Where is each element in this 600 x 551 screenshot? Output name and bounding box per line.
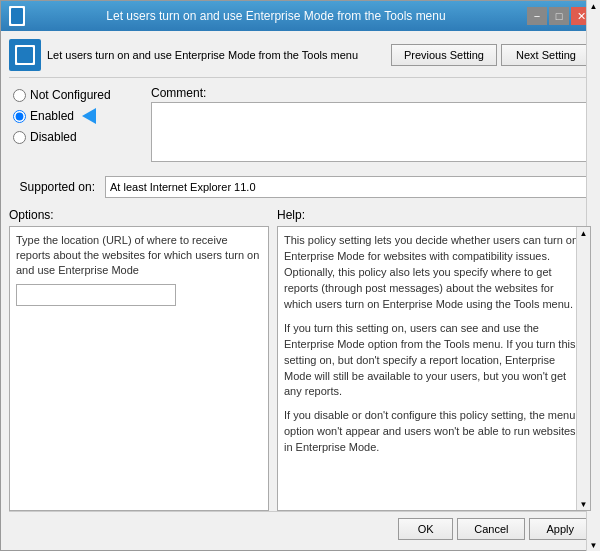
help-paragraph-2: If you turn this setting on, users can s… (284, 321, 584, 401)
not-configured-label: Not Configured (30, 88, 111, 102)
disabled-label: Disabled (30, 130, 77, 144)
header-buttons: Previous Setting Next Setting (391, 44, 591, 66)
supported-label: Supported on: (9, 180, 99, 194)
options-box: Type the location (URL) of where to rece… (9, 226, 269, 511)
window-icon (9, 8, 25, 24)
next-setting-button[interactable]: Next Setting (501, 44, 591, 66)
help-scroll-down-icon[interactable]: ▼ (579, 499, 589, 509)
not-configured-row[interactable]: Not Configured (9, 86, 139, 104)
main-body: Not Configured Enabled Disabled (9, 86, 591, 511)
supported-value-box: At least Internet Explorer 11.0 ▲ ▼ (105, 176, 591, 198)
comment-column: Comment: (151, 86, 591, 162)
comment-label: Comment: (151, 86, 591, 100)
header-section: Let users turn on and use Enterprise Mod… (9, 39, 591, 78)
help-box: This policy setting lets you decide whet… (277, 226, 591, 511)
enabled-label: Enabled (30, 109, 74, 123)
enabled-radio[interactable] (13, 110, 26, 123)
options-panel: Options: Type the location (URL) of wher… (9, 208, 269, 511)
ok-button[interactable]: OK (398, 518, 453, 540)
supported-value-text: At least Internet Explorer 11.0 (110, 181, 256, 193)
enabled-row[interactable]: Enabled (9, 106, 139, 126)
help-paragraph-1: This policy setting lets you decide whet… (284, 233, 584, 313)
content-area: Let users turn on and use Enterprise Mod… (1, 31, 599, 550)
disabled-radio[interactable] (13, 131, 26, 144)
header-left: Let users turn on and use Enterprise Mod… (9, 39, 391, 71)
not-configured-radio[interactable] (13, 89, 26, 102)
help-text: This policy setting lets you decide whet… (284, 233, 584, 456)
help-content: This policy setting lets you decide whet… (284, 233, 584, 504)
minimize-button[interactable]: − (527, 7, 547, 25)
cancel-button[interactable]: Cancel (457, 518, 525, 540)
disabled-row[interactable]: Disabled (9, 128, 139, 146)
apply-button[interactable]: Apply (529, 518, 591, 540)
gpo-icon (9, 39, 41, 71)
title-bar: Let users turn on and use Enterprise Mod… (1, 1, 599, 31)
footer-section: OK Cancel Apply (9, 511, 591, 542)
arrow-indicator (82, 108, 96, 124)
options-label: Options: (9, 208, 269, 222)
comment-textarea[interactable] (151, 102, 591, 162)
window-controls: − □ ✕ (527, 7, 591, 25)
header-description: Let users turn on and use Enterprise Mod… (47, 49, 391, 61)
radio-column: Not Configured Enabled Disabled (9, 86, 139, 162)
help-scrollbar[interactable]: ▲ ▼ (576, 227, 590, 510)
help-paragraph-3: If you disable or don't configure this p… (284, 408, 584, 456)
help-label: Help: (277, 208, 591, 222)
main-window: Let users turn on and use Enterprise Mod… (0, 0, 600, 551)
help-panel: Help: This policy setting lets you decid… (277, 208, 591, 511)
maximize-button[interactable]: □ (549, 7, 569, 25)
options-url-input[interactable] (16, 284, 176, 306)
top-section: Not Configured Enabled Disabled (9, 86, 591, 162)
options-description: Type the location (URL) of where to rece… (16, 233, 262, 278)
lower-section: Options: Type the location (URL) of wher… (9, 208, 591, 511)
help-scroll-up-icon[interactable]: ▲ (579, 228, 589, 238)
window-title: Let users turn on and use Enterprise Mod… (25, 9, 527, 23)
blue-arrow-icon (82, 108, 96, 124)
supported-section: Supported on: At least Internet Explorer… (9, 176, 591, 198)
previous-setting-button[interactable]: Previous Setting (391, 44, 497, 66)
options-content: Type the location (URL) of where to rece… (16, 233, 262, 504)
